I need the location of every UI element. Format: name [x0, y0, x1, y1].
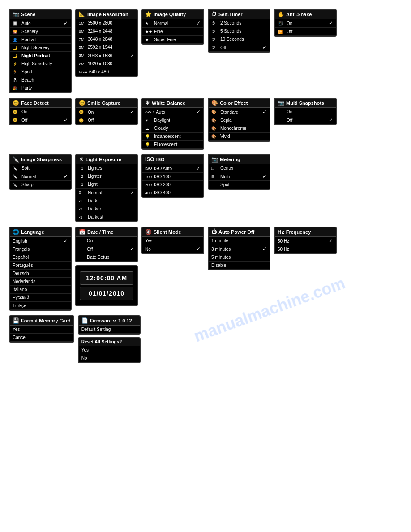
- panel-item-multi-snapshots-off[interactable]: □Off✓: [275, 116, 336, 124]
- panel-item-language-español[interactable]: Español: [10, 253, 71, 262]
- item-label: Cancel: [13, 335, 26, 340]
- panel-item-metering-multi[interactable]: ⊞Multi✓: [209, 172, 270, 181]
- item-label: Off: [287, 29, 292, 34]
- item-label: Incandescent: [154, 134, 181, 139]
- panel-item-light-exposure-darkest[interactable]: -3Darkest: [76, 213, 137, 221]
- panel-item-scene-sport[interactable]: 🏃Sport: [10, 68, 71, 76]
- item-label: 2048 x 1536: [88, 53, 112, 58]
- panel-item-anti-shake-on[interactable]: 📳On✓: [275, 19, 336, 28]
- item-icon: 🎨: [211, 110, 218, 114]
- panel-item-light-exposure-lightest[interactable]: +3Lightest: [76, 164, 137, 172]
- item-label: 640 x 480: [89, 69, 109, 74]
- panel-item-language-français[interactable]: Français: [10, 245, 71, 253]
- panel-item-color-effect-standard[interactable]: 🎨Standard✓: [209, 108, 270, 116]
- panel-item-white-balance-incandescent[interactable]: 💡Incandescent: [142, 133, 203, 141]
- panel-item-format-memory-cancel[interactable]: Cancel: [10, 334, 73, 342]
- panel-item-auto-power-off-disable[interactable]: Disable: [209, 262, 270, 270]
- panel-item-anti-shake-off[interactable]: 📴Off: [275, 28, 336, 36]
- panel-item-color-effect-monochrome[interactable]: 🎨Monochrome: [209, 124, 270, 133]
- panel-anti-shake: ✋Anti-Shake📳On✓📴Off: [274, 9, 337, 37]
- panel-item-smile-capture-on[interactable]: 😊On✓: [76, 108, 137, 116]
- panel-item-image-resolution-3264-x-2448[interactable]: 8M3264 x 2448: [76, 27, 137, 35]
- panel-item-image-quality-super-fine[interactable]: ★Super Fine: [142, 36, 203, 44]
- panel-item-metering-spot[interactable]: ·Spot: [209, 181, 270, 189]
- panel-item-image-resolution-640-x-480[interactable]: VGA640 x 480: [76, 68, 137, 76]
- panel-item-iso-iso-auto[interactable]: ISOISO Auto✓: [142, 164, 203, 173]
- panel-item-scene-high-sensitivity[interactable]: ⚡High Sensitivity: [10, 60, 71, 68]
- panel-item-scene-night-scenery[interactable]: 🌙Night Scenery: [10, 44, 71, 52]
- panel-item-image-quality-fine[interactable]: ★★Fine: [142, 28, 203, 36]
- panel-item-scene-auto[interactable]: 🔲Auto✓: [10, 19, 71, 28]
- panel-title-image-resolution: Image Resolution: [87, 12, 128, 17]
- panel-item-date-time-on[interactable]: On: [76, 237, 137, 245]
- panel-item-image-sharpness-soft[interactable]: 🔪Soft: [10, 164, 71, 172]
- panel-item-iso-iso-400[interactable]: 400ISO 400: [142, 189, 203, 197]
- panel-item-date-time-off[interactable]: Off✓: [76, 245, 137, 253]
- panel-item-image-resolution-2592-x-1944[interactable]: 5M2592 x 1944: [76, 43, 137, 51]
- panel-item-date-time-date-setup[interactable]: Date Setup: [76, 253, 137, 262]
- panel-item-self-timer-10-seconds[interactable]: ⏱10 Seconds: [209, 35, 270, 43]
- panel-item-auto-power-off-1-minute[interactable]: 1 minute: [209, 237, 270, 245]
- panel-item-scene-scenery[interactable]: 🌄Scenery: [10, 28, 71, 36]
- panel-item-language-türkçe[interactable]: Türkçe: [10, 302, 71, 310]
- panel-item-metering-center[interactable]: □Center: [209, 164, 270, 172]
- panel-item-frequency-50-hz[interactable]: 50 Hz✓: [275, 237, 336, 245]
- panel-item-white-balance-fluorescent[interactable]: 💡Fluorescent: [142, 141, 203, 149]
- reset-item-yes[interactable]: Yes: [79, 346, 140, 354]
- panel-item-face-detect-on[interactable]: 😊On: [10, 108, 71, 116]
- panel-item-self-timer-2-seconds[interactable]: ⏱2 Seconds: [209, 19, 270, 27]
- panel-item-light-exposure-lighter[interactable]: +2Lighter: [76, 172, 137, 180]
- panel-item-iso-iso-200[interactable]: 200ISO 200: [142, 181, 203, 189]
- check-icon: ✓: [329, 20, 333, 26]
- panel-item-scene-night-portrait[interactable]: 🌙Night Portrait: [10, 52, 71, 60]
- item-label: English: [13, 239, 27, 244]
- panel-item-auto-power-off-3-minutes[interactable]: 3 minutes✓: [209, 245, 270, 253]
- panel-item-frequency-60-hz[interactable]: 60 Hz: [275, 245, 336, 253]
- panel-item-self-timer-5-seconds[interactable]: ⏱5 Seconds: [209, 27, 270, 35]
- panel-item-light-exposure-light[interactable]: +1Light: [76, 180, 137, 189]
- panel-item-image-resolution-3648-x-2048[interactable]: 7M3648 x 2048: [76, 35, 137, 43]
- panel-item-image-sharpness-normal[interactable]: 🔪Normal✓: [10, 172, 71, 181]
- panel-item-light-exposure-dark[interactable]: -1Dark: [76, 197, 137, 205]
- panel-item-color-effect-sepia[interactable]: 🎨Sepia: [209, 116, 270, 124]
- panel-item-silent-mode-no[interactable]: No✓: [142, 245, 203, 253]
- item-icon: +2: [79, 174, 86, 179]
- panel-item-color-effect-vivid[interactable]: 🎨Vivid: [209, 133, 270, 141]
- panel-item-face-detect-off[interactable]: 😊Off✓: [10, 116, 71, 124]
- item-label: Off: [87, 247, 93, 252]
- panel-item-image-resolution-2048-x-1536[interactable]: 3M2048 x 1536✓: [76, 51, 137, 60]
- panel-item-light-exposure-normal[interactable]: 0Normal✓: [76, 189, 137, 197]
- panel-item-auto-power-off-5-minutes[interactable]: 5 minutes: [209, 253, 270, 262]
- panel-item-light-exposure-darker[interactable]: -2Darker: [76, 205, 137, 213]
- panel-item-smile-capture-off[interactable]: 😊Off: [76, 116, 137, 124]
- panel-item-image-resolution-1920-x-1080[interactable]: 2M1920 x 1080: [76, 60, 137, 68]
- panel-item-language-italiano[interactable]: Italiano: [10, 286, 71, 294]
- panel-item-white-balance-cloudy[interactable]: ☁Cloudy: [142, 124, 203, 133]
- reset-panel: Reset All Settings?YesNo: [78, 337, 141, 363]
- panel-item-white-balance-daylight[interactable]: ☀Daylight: [142, 116, 203, 124]
- panel-item-scene-beach[interactable]: 🏖Beach: [10, 76, 71, 84]
- panel-item-format-memory-yes[interactable]: Yes: [10, 326, 73, 334]
- item-label: Night Portrait: [21, 53, 50, 58]
- panel-item-language-nederlands[interactable]: Nederlands: [10, 278, 71, 286]
- panel-item-language-português[interactable]: Português: [10, 262, 71, 270]
- panel-item-scene-party[interactable]: 🎉Party: [10, 84, 71, 92]
- panel-item-language-русский[interactable]: Русский: [10, 294, 71, 302]
- panel-item-multi-snapshots-on[interactable]: □On: [275, 108, 336, 116]
- item-icon: 100: [145, 175, 152, 179]
- panel-item-image-sharpness-sharp[interactable]: 🔪Sharp: [10, 181, 71, 189]
- panel-item-silent-mode-yes[interactable]: Yes: [142, 237, 203, 245]
- panel-item-image-resolution-3500-x-2800[interactable]: 1M3500 x 2800: [76, 19, 137, 27]
- panel-item-firmware-default-setting[interactable]: Default Setting: [79, 326, 140, 334]
- item-left: 📳On: [278, 21, 292, 26]
- reset-item-no[interactable]: No: [79, 354, 140, 362]
- panel-item-scene-portrait[interactable]: 👤Portrait: [10, 36, 71, 44]
- panel-item-language-english[interactable]: English✓: [10, 237, 71, 245]
- panel-item-white-balance-auto[interactable]: AWBAuto✓: [142, 108, 203, 116]
- item-left: ISOISO Auto: [145, 166, 172, 171]
- panel-item-image-quality-normal[interactable]: ★Normal✓: [142, 19, 203, 28]
- panel-item-language-deutsch[interactable]: Deutsch: [10, 270, 71, 278]
- panel-icon-auto-power-off: ⏻: [211, 229, 217, 235]
- panel-item-self-timer-off[interactable]: ⏱Off✓: [209, 43, 270, 52]
- panel-item-iso-iso-100[interactable]: 100ISO 100: [142, 173, 203, 181]
